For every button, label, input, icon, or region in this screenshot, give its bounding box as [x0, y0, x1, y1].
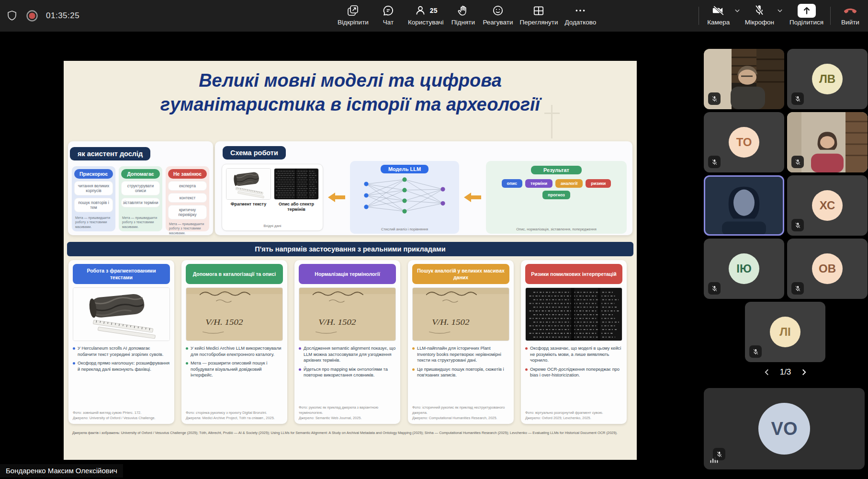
- security-shield-icon[interactable]: [6, 10, 18, 22]
- source-credit: Джерело: Semantic Web Journal, 2025.: [299, 415, 396, 421]
- example-card: Нормалізація термінологіїV/H. 1502Дослід…: [294, 260, 400, 424]
- participant-tile[interactable]: ЛІ: [745, 302, 825, 362]
- example-card-title: Допомога в каталогізації та описі: [186, 264, 283, 284]
- participant-tile[interactable]: ХС: [787, 175, 868, 236]
- mic-button[interactable]: Мікрофон: [745, 0, 774, 26]
- mic-muted-icon: [749, 345, 762, 358]
- more-icon: [574, 3, 586, 18]
- toolbar-separator: [699, 7, 699, 25]
- participants-button[interactable]: 25Користувачі: [408, 0, 444, 32]
- flow-arrow-icon: [328, 192, 345, 203]
- mic-muted-icon: [708, 92, 721, 105]
- example-card-footer: Фото: сторінка рукопису з проєкту Digita…: [186, 410, 283, 421]
- manuscript-photo: V/H. 1502: [299, 287, 396, 341]
- example-card: Пошук аналогій у великих масивах данихV/…: [408, 260, 514, 424]
- assistant-column-title: Допомагає: [121, 169, 160, 179]
- source-credit: Джерело: University of Oxford / Vesuvius…: [73, 415, 170, 421]
- llm-caption: Стислий аналіз і порівняння: [381, 227, 428, 231]
- participant-tile[interactable]: ОВ: [787, 239, 868, 299]
- dark-photo: [525, 287, 622, 341]
- svg-text:V/H. 1502: V/H. 1502: [432, 318, 469, 327]
- camera-chevron-icon[interactable]: [733, 6, 742, 15]
- camera-button[interactable]: Камера: [706, 0, 732, 26]
- participant-tile-large[interactable]: VO: [704, 388, 865, 469]
- participant-tile[interactable]: [704, 175, 784, 236]
- avatar: ТО: [729, 127, 759, 158]
- svg-text:V/H. 1502: V/H. 1502: [318, 318, 356, 327]
- view-button[interactable]: Переглянути: [519, 0, 558, 32]
- flow-arrow-icon: [464, 192, 481, 203]
- bullet-text: Оксфорд прямо наголошує: розшифрування й…: [78, 360, 170, 372]
- more-label: Додатково: [564, 19, 596, 26]
- bullet-item: LLM-пайплайн для історичних Plant Invent…: [412, 345, 509, 364]
- react-icon: [492, 3, 504, 18]
- participant-tile[interactable]: [704, 49, 784, 109]
- mic-muted-icon: [791, 282, 804, 295]
- bullet-item: Оксфорд зазначає, що моделі в цьому кейс…: [525, 345, 622, 364]
- avatar: VO: [758, 403, 810, 455]
- photo-credit: Фото: віртуально розгорнутий фрагмент су…: [525, 410, 622, 415]
- example-card: Допомога в каталогізації та описіV/H. 15…: [181, 260, 287, 424]
- presentation-slide: Великі мовні моделі та цифрова гуманітар…: [64, 61, 637, 460]
- chat-icon: [382, 3, 395, 18]
- participant-tile[interactable]: ЛВ: [787, 49, 868, 109]
- meeting-toolbar: 01:35:25 ВідкріпитиЧат25КористувачіПідня…: [0, 0, 868, 32]
- bullet-item: Йдеться про mapping між онтологіями та п…: [299, 366, 396, 378]
- source-credit: Джерело: Oxford 2025; Levchenko, 2025.: [525, 415, 622, 421]
- source-credit: Джерело: Computational Humanities Resear…: [412, 415, 509, 421]
- bullet-dot-icon: [299, 347, 301, 350]
- participants-count: 25: [430, 7, 438, 14]
- mic-group: Мікрофон: [745, 0, 785, 32]
- avatar: ЛВ: [812, 64, 843, 94]
- mic-muted-icon: [708, 282, 721, 295]
- mic-off-icon: [753, 3, 766, 18]
- example-card-footer: Фото: віртуально розгорнутий фрагмент су…: [525, 410, 622, 421]
- bullet-dot-icon: [186, 362, 188, 365]
- raise-label: Підняти: [451, 19, 475, 26]
- avatar: ОВ: [812, 253, 843, 284]
- bullet-text: Оксфорд зазначає, що моделі в цьому кейс…: [530, 345, 622, 364]
- photo-credit: Фото: зовнішній вигляд сувою PHerc. 172.: [73, 410, 170, 415]
- svg-text:V/H. 1502: V/H. 1502: [205, 318, 243, 327]
- assistant-column-footer: Мета — пришвидшити роботу з текстовими м…: [168, 222, 207, 235]
- avatar: ЛІ: [770, 317, 800, 347]
- example-card-bullets: Оксфорд зазначає, що моделі в цьому кейс…: [525, 345, 622, 378]
- example-card: Робота з фрагментованими текстамиУ Hercu…: [68, 260, 174, 424]
- bullet-dot-icon: [525, 347, 528, 350]
- bullet-dot-icon: [412, 347, 415, 350]
- bullet-dot-icon: [73, 362, 75, 365]
- unpin-button[interactable]: Відкріпити: [338, 0, 369, 32]
- mic-label: Мікрофон: [745, 19, 774, 26]
- view-icon: [532, 3, 545, 18]
- prev-page-button[interactable]: [762, 367, 772, 377]
- photo-credit: Фото: сторінка рукопису з проєкту Digita…: [186, 410, 283, 415]
- chat-button[interactable]: Чат: [375, 0, 401, 32]
- mic-chevron-icon[interactable]: [775, 6, 785, 15]
- participant-tile[interactable]: ІЮ: [704, 239, 784, 299]
- more-button[interactable]: Додатково: [564, 0, 596, 32]
- leave-button[interactable]: Вийти: [837, 0, 863, 32]
- page-indicator: 1/3: [780, 367, 791, 377]
- participant-tile[interactable]: ТО: [704, 112, 784, 172]
- manuscript-photo: V/H. 1502: [186, 287, 283, 341]
- assistant-item: читання великих корпусів: [74, 181, 113, 195]
- bullet-item: У Herculaneum scrolls AI допомагає побач…: [73, 345, 170, 357]
- input-caption: Вхідні дані: [226, 224, 319, 228]
- next-page-button[interactable]: [799, 367, 809, 377]
- example-card-footer: Фото: рукопис як приклад джерела з варіа…: [299, 405, 396, 421]
- assistant-column-red: Не замінюєекспертаконтексткритичну перев…: [166, 166, 209, 231]
- photo-credit: Фото: рукопис як приклад джерела з варіа…: [299, 405, 396, 415]
- result-chip-прогноз: прогноз: [542, 191, 570, 199]
- bullet-item: Дослідження semantic alignment показує, …: [299, 345, 396, 364]
- assistant-item: зіставляти терміни: [121, 198, 160, 207]
- participant-tile[interactable]: [787, 112, 868, 172]
- raise-button[interactable]: Підняти: [450, 0, 476, 32]
- text-spectrum-photo: [274, 168, 319, 200]
- react-button[interactable]: Реагувати: [483, 0, 513, 32]
- chat-label: Чат: [383, 19, 394, 26]
- bullet-text: Йдеться про mapping між онтологіями та п…: [304, 366, 396, 378]
- assistant-item: структурувати описи: [121, 181, 160, 195]
- camera-label: Камера: [707, 19, 730, 26]
- share-button[interactable]: Поділитися: [789, 0, 823, 32]
- leave-call-icon: [844, 3, 857, 18]
